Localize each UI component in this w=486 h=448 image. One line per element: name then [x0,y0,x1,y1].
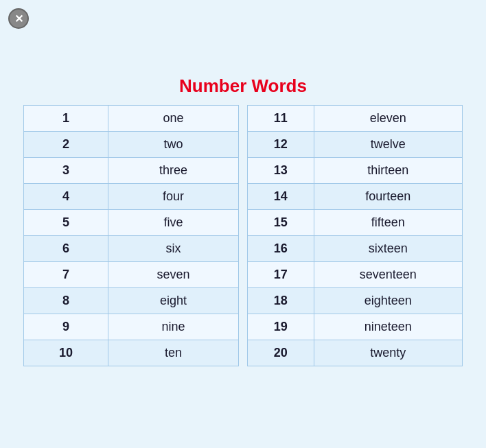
word-cell: one [108,105,239,131]
table-row: 16sixteen [248,235,463,261]
word-cell: nine [108,314,239,340]
number-cell: 15 [248,209,314,235]
number-cell: 17 [248,261,314,287]
close-button[interactable]: ✕ [8,8,29,29]
word-cell: twelve [314,131,462,157]
word-cell: twenty [314,340,462,366]
word-cell: eleven [314,105,462,131]
word-cell: seventeen [314,261,462,287]
table-row: 9nine [24,314,239,340]
number-cell: 3 [24,157,108,183]
table-row: 6six [24,235,239,261]
word-cell: sixteen [314,235,462,261]
page-title: Number Words [23,75,463,97]
word-cell: fourteen [314,183,462,209]
number-cell: 14 [248,183,314,209]
table-row: 20twenty [248,340,463,366]
word-cell: four [108,183,239,209]
word-cell: ten [108,340,239,366]
number-cell: 4 [24,183,108,209]
number-cell: 9 [24,314,108,340]
word-cell: two [108,131,239,157]
table-row: 12twelve [248,131,463,157]
table-row: 13thirteen [248,157,463,183]
table-row: 11eleven [248,105,463,131]
number-cell: 7 [24,261,108,287]
number-cell: 11 [248,105,314,131]
number-cell: 12 [248,131,314,157]
word-cell: nineteen [314,314,462,340]
table-row: 1one [24,105,239,131]
word-cell: three [108,157,239,183]
word-cell: fifteen [314,209,462,235]
number-cell: 1 [24,105,108,131]
number-cell: 20 [248,340,314,366]
number-cell: 13 [248,157,314,183]
number-cell: 10 [24,340,108,366]
table-row: 3three [24,157,239,183]
number-cell: 18 [248,287,314,314]
number-cell: 16 [248,235,314,261]
word-cell: eight [108,287,239,314]
right-table: 11eleven12twelve13thirteen14fourteen15fi… [247,105,463,366]
table-row: 18eighteen [248,287,463,314]
number-cell: 19 [248,314,314,340]
table-row: 5five [24,209,239,235]
table-wrapper: 1one2two3three4four5five6six7seven8eight… [23,105,463,366]
word-cell: seven [108,261,239,287]
word-cell: thirteen [314,157,462,183]
main-container: Number Words 1one2two3three4four5five6si… [10,69,476,380]
word-cell: eighteen [314,287,462,314]
table-row: 19nineteen [248,314,463,340]
number-cell: 5 [24,209,108,235]
table-row: 7seven [24,261,239,287]
table-row: 10ten [24,340,239,366]
table-row: 15fifteen [248,209,463,235]
table-row: 4four [24,183,239,209]
table-row: 14fourteen [248,183,463,209]
word-cell: six [108,235,239,261]
number-cell: 2 [24,131,108,157]
word-cell: five [108,209,239,235]
table-row: 8eight [24,287,239,314]
table-row: 17seventeen [248,261,463,287]
number-cell: 6 [24,235,108,261]
table-row: 2two [24,131,239,157]
left-table: 1one2two3three4four5five6six7seven8eight… [23,105,239,366]
number-cell: 8 [24,287,108,314]
